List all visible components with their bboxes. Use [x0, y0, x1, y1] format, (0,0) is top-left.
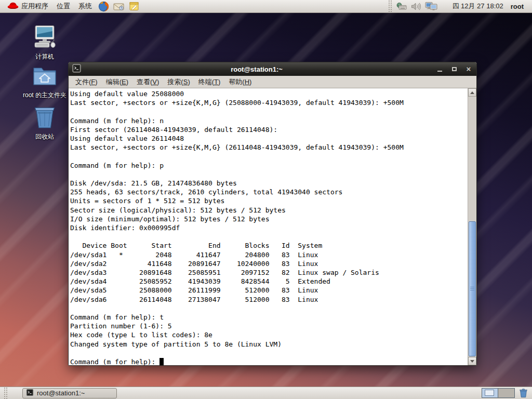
home-folder-icon — [32, 65, 58, 89]
workspace-2[interactable] — [498, 389, 514, 397]
terminal-menubar: 文件(F)编辑(E)查看(V)搜索(S)终端(T)帮助(H) — [69, 76, 476, 88]
taskbar-drag-handle[interactable] — [4, 387, 8, 399]
firefox-launcher-icon[interactable] — [98, 1, 109, 12]
scroll-up-button[interactable] — [468, 88, 476, 97]
terminal-output[interactable]: Using default value 25088000 Last sector… — [69, 88, 468, 365]
menu-item[interactable]: 终端(T) — [194, 76, 225, 88]
taskbar: root@station1:~ — [0, 387, 532, 399]
desktop-icon-label: 计算机 — [35, 52, 54, 61]
menu-system[interactable]: 系统 — [74, 0, 96, 13]
workspace-switcher — [482, 388, 515, 398]
workspace-window-thumbnail — [485, 390, 494, 396]
scrollbar-thumb[interactable] — [469, 221, 476, 356]
username[interactable]: root — [511, 3, 524, 10]
desktop-icon-computer[interactable]: 计算机 — [14, 25, 76, 61]
terminal-icon — [26, 389, 34, 398]
desktop-icon-label: 回收站 — [35, 132, 54, 141]
minimize-button[interactable] — [435, 65, 444, 73]
taskbar-window-label: root@station1:~ — [37, 389, 85, 397]
network-icon[interactable] — [425, 2, 437, 11]
panel-drag-handle[interactable] — [388, 0, 393, 13]
menu-label: 位置 — [57, 2, 70, 11]
gedit-launcher-icon[interactable] — [128, 1, 139, 12]
keyboard-indicator-icon[interactable] — [396, 3, 407, 10]
maximize-button[interactable] — [450, 65, 458, 73]
menu-applications[interactable]: 应用程序 — [3, 0, 52, 13]
evolution-mail-launcher-icon[interactable] — [113, 1, 124, 12]
menu-item[interactable]: 查看(V) — [132, 76, 163, 88]
volume-icon[interactable] — [411, 3, 421, 10]
computer-icon — [32, 25, 58, 51]
window-title: root@station1:~ — [84, 65, 429, 73]
workspace-1[interactable] — [482, 389, 498, 397]
taskbar-window-button[interactable]: root@station1:~ — [22, 388, 117, 398]
terminal-cursor — [159, 358, 164, 365]
titlebar[interactable]: root@station1:~ × — [69, 62, 476, 76]
menu-item[interactable]: 帮助(H) — [224, 76, 256, 88]
desktop-icon-trash[interactable]: 回收站 — [14, 105, 76, 141]
desktop-icon-label: root 的主文件夹 — [23, 91, 66, 100]
terminal-window: root@station1:~ × 文件(F)编辑(E)查看(V)搜索(S)终端… — [68, 62, 477, 366]
menu-item[interactable]: 编辑(E) — [102, 76, 132, 88]
top-panel: 应用程序 位置 系统 — [0, 0, 532, 13]
terminal-icon — [72, 64, 81, 75]
desktop-icon-home[interactable]: root 的主文件夹 — [14, 65, 76, 100]
redhat-logo-icon — [7, 2, 19, 11]
trash-icon — [33, 105, 57, 131]
menu-label: 应用程序 — [21, 2, 48, 11]
scroll-down-button[interactable] — [468, 357, 476, 365]
menu-item[interactable]: 文件(F) — [71, 76, 102, 88]
trash-applet-icon[interactable] — [519, 388, 528, 398]
menu-label: 系统 — [78, 2, 92, 11]
scrollbar[interactable] — [468, 88, 476, 365]
menu-places[interactable]: 位置 — [52, 0, 74, 13]
menu-item[interactable]: 搜索(S) — [163, 76, 194, 88]
terminal-body: Using default value 25088000 Last sector… — [69, 88, 476, 365]
clock[interactable]: 四 12月 27 18:02 — [452, 2, 503, 11]
close-button[interactable]: × — [464, 65, 473, 73]
